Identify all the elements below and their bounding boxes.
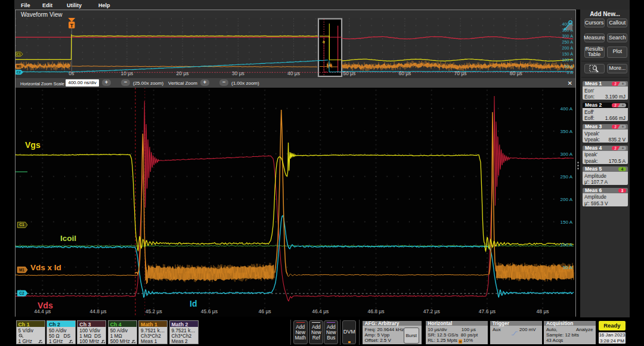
svg-text:C2: C2 bbox=[17, 70, 21, 74]
svg-text:300 A: 300 A bbox=[562, 33, 574, 39]
svg-text:150 A: 150 A bbox=[561, 220, 573, 225]
svg-text:C1: C1 bbox=[17, 52, 21, 56]
svg-text:0s: 0s bbox=[69, 70, 74, 76]
svg-text:300 A: 300 A bbox=[561, 152, 573, 157]
svg-text:T: T bbox=[70, 23, 73, 29]
svg-text:48 µs: 48 µs bbox=[537, 308, 549, 314]
svg-text:47.6 µs: 47.6 µs bbox=[479, 308, 496, 314]
svg-text:Icoil: Icoil bbox=[60, 234, 76, 243]
svg-text:C2: C2 bbox=[19, 291, 24, 295]
svg-text:46.4 µs: 46.4 µs bbox=[312, 308, 329, 314]
svg-text:80 µs: 80 µs bbox=[510, 70, 522, 76]
svg-text:40 µs: 40 µs bbox=[287, 70, 300, 76]
svg-text:50 A: 50 A bbox=[563, 265, 573, 270]
svg-text:45.6 µs: 45.6 µs bbox=[201, 308, 218, 314]
svg-text:Vgs: Vgs bbox=[25, 140, 41, 150]
svg-text:10 µs: 10 µs bbox=[120, 70, 133, 76]
svg-text:150 A: 150 A bbox=[562, 51, 574, 57]
svg-text:250 A: 250 A bbox=[562, 39, 574, 45]
svg-text:250 A: 250 A bbox=[561, 174, 573, 180]
svg-text:70 µs: 70 µs bbox=[454, 70, 467, 76]
svg-text:M1: M1 bbox=[19, 268, 24, 272]
svg-text:200 A: 200 A bbox=[562, 45, 574, 51]
svg-text:50 µs: 50 µs bbox=[343, 70, 355, 76]
svg-text:46.8 µs: 46.8 µs bbox=[367, 308, 384, 314]
svg-text:45.2 µs: 45.2 µs bbox=[145, 308, 162, 314]
svg-text:44.8 µs: 44.8 µs bbox=[89, 308, 106, 314]
svg-text:46 µs: 46 µs bbox=[259, 308, 271, 314]
svg-text:350 A: 350 A bbox=[561, 129, 573, 134]
svg-text:30 µs: 30 µs bbox=[232, 70, 244, 76]
svg-text:400 A: 400 A bbox=[561, 106, 573, 112]
svg-text:Vds: Vds bbox=[38, 301, 53, 310]
svg-text:200 A: 200 A bbox=[561, 197, 573, 202]
svg-text:Id: Id bbox=[190, 299, 197, 308]
svg-text:60 µs: 60 µs bbox=[398, 70, 411, 76]
svg-text:C1: C1 bbox=[19, 223, 24, 227]
svg-text:50 A: 50 A bbox=[565, 64, 574, 69]
svg-text:20 µs: 20 µs bbox=[177, 70, 189, 76]
svg-text:Vds x Id: Vds x Id bbox=[30, 263, 61, 272]
svg-text:100 A: 100 A bbox=[562, 57, 574, 63]
svg-text:100 A: 100 A bbox=[561, 242, 573, 248]
svg-text:0 A: 0 A bbox=[567, 70, 574, 75]
svg-text:47.2 µs: 47.2 µs bbox=[423, 308, 440, 314]
svg-text:M1: M1 bbox=[17, 64, 21, 68]
